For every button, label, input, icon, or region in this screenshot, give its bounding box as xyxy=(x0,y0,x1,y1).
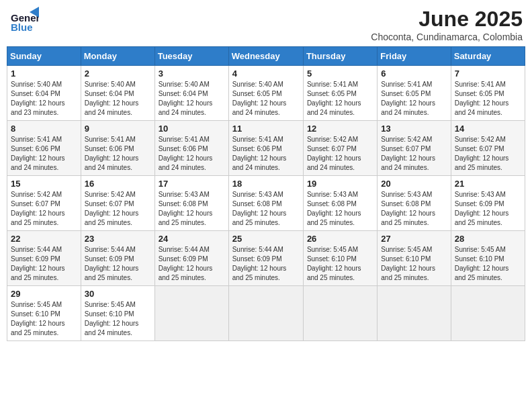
svg-text:Blue: Blue xyxy=(11,21,33,33)
day-number: 7 xyxy=(455,68,521,79)
calendar-cell xyxy=(303,286,377,341)
calendar-cell xyxy=(378,286,451,341)
calendar-cell: 30 Sunrise: 5:45 AMSunset: 6:10 PMDaylig… xyxy=(81,286,154,341)
day-number: 6 xyxy=(381,68,447,79)
cell-info: Sunrise: 5:40 AMSunset: 6:04 PMDaylight:… xyxy=(11,81,65,116)
calendar-cell: 11 Sunrise: 5:41 AMSunset: 6:06 PMDaylig… xyxy=(228,121,303,176)
day-number: 21 xyxy=(455,179,521,189)
day-number: 11 xyxy=(232,124,300,134)
cell-info: Sunrise: 5:43 AMSunset: 6:08 PMDaylight:… xyxy=(232,191,287,226)
calendar-cell: 28 Sunrise: 5:45 AMSunset: 6:10 PMDaylig… xyxy=(451,231,525,286)
calendar-cell: 16 Sunrise: 5:42 AMSunset: 6:07 PMDaylig… xyxy=(81,176,154,231)
calendar-table: SundayMondayTuesdayWednesdayThursdayFrid… xyxy=(7,46,525,341)
cell-info: Sunrise: 5:45 AMSunset: 6:10 PMDaylight:… xyxy=(381,246,435,281)
cell-info: Sunrise: 5:41 AMSunset: 6:05 PMDaylight:… xyxy=(455,81,509,116)
calendar-cell: 19 Sunrise: 5:43 AMSunset: 6:08 PMDaylig… xyxy=(303,176,377,231)
day-number: 10 xyxy=(159,124,225,134)
cell-info: Sunrise: 5:43 AMSunset: 6:08 PMDaylight:… xyxy=(381,191,435,226)
logo: General Blue xyxy=(9,7,39,34)
cell-info: Sunrise: 5:42 AMSunset: 6:07 PMDaylight:… xyxy=(11,191,65,226)
calendar-cell: 8 Sunrise: 5:41 AMSunset: 6:06 PMDayligh… xyxy=(7,121,81,176)
cell-info: Sunrise: 5:41 AMSunset: 6:06 PMDaylight:… xyxy=(11,136,65,171)
cell-info: Sunrise: 5:43 AMSunset: 6:08 PMDaylight:… xyxy=(307,191,361,226)
day-number: 18 xyxy=(232,179,300,189)
calendar-cell: 26 Sunrise: 5:45 AMSunset: 6:10 PMDaylig… xyxy=(303,231,377,286)
title-block: June 2025 Choconta, Cundinamarca, Colomb… xyxy=(371,7,523,42)
day-number: 4 xyxy=(232,68,300,79)
cell-info: Sunrise: 5:44 AMSunset: 6:09 PMDaylight:… xyxy=(232,246,287,281)
calendar-cell: 9 Sunrise: 5:41 AMSunset: 6:06 PMDayligh… xyxy=(81,121,154,176)
weekday-header-tuesday: Tuesday xyxy=(154,47,228,66)
day-number: 15 xyxy=(11,179,77,189)
month-title: June 2025 xyxy=(371,7,523,32)
cell-info: Sunrise: 5:44 AMSunset: 6:09 PMDaylight:… xyxy=(11,246,65,281)
calendar-cell: 21 Sunrise: 5:43 AMSunset: 6:09 PMDaylig… xyxy=(451,176,525,231)
day-number: 26 xyxy=(307,234,373,244)
calendar-cell: 3 Sunrise: 5:40 AMSunset: 6:04 PMDayligh… xyxy=(154,66,228,121)
cell-info: Sunrise: 5:41 AMSunset: 6:05 PMDaylight:… xyxy=(307,81,361,116)
calendar-cell: 14 Sunrise: 5:42 AMSunset: 6:07 PMDaylig… xyxy=(451,121,525,176)
day-number: 24 xyxy=(159,234,225,244)
calendar-cell: 10 Sunrise: 5:41 AMSunset: 6:06 PMDaylig… xyxy=(154,121,228,176)
cell-info: Sunrise: 5:41 AMSunset: 6:06 PMDaylight:… xyxy=(85,136,139,171)
calendar-cell: 1 Sunrise: 5:40 AMSunset: 6:04 PMDayligh… xyxy=(7,66,81,121)
calendar-cell: 25 Sunrise: 5:44 AMSunset: 6:09 PMDaylig… xyxy=(228,231,303,286)
day-number: 9 xyxy=(85,124,151,134)
day-number: 3 xyxy=(159,68,225,79)
cell-info: Sunrise: 5:40 AMSunset: 6:04 PMDaylight:… xyxy=(159,81,213,116)
calendar-cell: 29 Sunrise: 5:45 AMSunset: 6:10 PMDaylig… xyxy=(7,286,81,341)
day-number: 16 xyxy=(85,179,151,189)
calendar-week-3: 15 Sunrise: 5:42 AMSunset: 6:07 PMDaylig… xyxy=(7,176,525,231)
day-number: 25 xyxy=(232,234,300,244)
day-number: 8 xyxy=(11,124,77,134)
day-number: 5 xyxy=(307,68,373,79)
calendar-cell: 24 Sunrise: 5:44 AMSunset: 6:09 PMDaylig… xyxy=(154,231,228,286)
logo-icon: General Blue xyxy=(9,7,39,34)
calendar-cell: 2 Sunrise: 5:40 AMSunset: 6:04 PMDayligh… xyxy=(81,66,154,121)
calendar-cell: 5 Sunrise: 5:41 AMSunset: 6:05 PMDayligh… xyxy=(303,66,377,121)
calendar-cell: 23 Sunrise: 5:44 AMSunset: 6:09 PMDaylig… xyxy=(81,231,154,286)
calendar-week-5: 29 Sunrise: 5:45 AMSunset: 6:10 PMDaylig… xyxy=(7,286,525,341)
day-number: 19 xyxy=(307,179,373,189)
weekday-header-saturday: Saturday xyxy=(451,47,525,66)
day-number: 28 xyxy=(455,234,521,244)
cell-info: Sunrise: 5:44 AMSunset: 6:09 PMDaylight:… xyxy=(159,246,213,281)
cell-info: Sunrise: 5:41 AMSunset: 6:06 PMDaylight:… xyxy=(232,136,287,171)
calendar-cell xyxy=(451,286,525,341)
calendar-week-4: 22 Sunrise: 5:44 AMSunset: 6:09 PMDaylig… xyxy=(7,231,525,286)
cell-info: Sunrise: 5:40 AMSunset: 6:05 PMDaylight:… xyxy=(232,81,287,116)
day-number: 1 xyxy=(11,68,77,79)
day-number: 22 xyxy=(11,234,77,244)
calendar-cell: 27 Sunrise: 5:45 AMSunset: 6:10 PMDaylig… xyxy=(378,231,451,286)
cell-info: Sunrise: 5:43 AMSunset: 6:08 PMDaylight:… xyxy=(159,191,213,226)
weekday-header-sunday: Sunday xyxy=(7,47,81,66)
calendar-cell: 6 Sunrise: 5:41 AMSunset: 6:05 PMDayligh… xyxy=(378,66,451,121)
weekday-header-friday: Friday xyxy=(378,47,451,66)
day-number: 14 xyxy=(455,124,521,134)
calendar-cell: 4 Sunrise: 5:40 AMSunset: 6:05 PMDayligh… xyxy=(228,66,303,121)
day-number: 23 xyxy=(85,234,151,244)
cell-info: Sunrise: 5:42 AMSunset: 6:07 PMDaylight:… xyxy=(455,136,509,171)
cell-info: Sunrise: 5:43 AMSunset: 6:09 PMDaylight:… xyxy=(455,191,509,226)
calendar-cell xyxy=(228,286,303,341)
weekday-header-monday: Monday xyxy=(81,47,154,66)
day-number: 27 xyxy=(381,234,447,244)
cell-info: Sunrise: 5:42 AMSunset: 6:07 PMDaylight:… xyxy=(307,136,361,171)
calendar-cell: 7 Sunrise: 5:41 AMSunset: 6:05 PMDayligh… xyxy=(451,66,525,121)
calendar-cell: 15 Sunrise: 5:42 AMSunset: 6:07 PMDaylig… xyxy=(7,176,81,231)
cell-info: Sunrise: 5:45 AMSunset: 6:10 PMDaylight:… xyxy=(11,301,65,336)
location-title: Choconta, Cundinamarca, Colombia xyxy=(371,32,523,42)
page-header: General Blue June 2025 Choconta, Cundina… xyxy=(7,7,525,42)
cell-info: Sunrise: 5:41 AMSunset: 6:06 PMDaylight:… xyxy=(159,136,213,171)
calendar-cell: 17 Sunrise: 5:43 AMSunset: 6:08 PMDaylig… xyxy=(154,176,228,231)
calendar-cell: 20 Sunrise: 5:43 AMSunset: 6:08 PMDaylig… xyxy=(378,176,451,231)
cell-info: Sunrise: 5:44 AMSunset: 6:09 PMDaylight:… xyxy=(85,246,139,281)
weekday-header-thursday: Thursday xyxy=(303,47,377,66)
calendar-cell: 12 Sunrise: 5:42 AMSunset: 6:07 PMDaylig… xyxy=(303,121,377,176)
day-number: 29 xyxy=(11,289,77,299)
day-number: 20 xyxy=(381,179,447,189)
calendar-week-2: 8 Sunrise: 5:41 AMSunset: 6:06 PMDayligh… xyxy=(7,121,525,176)
day-number: 13 xyxy=(381,124,447,134)
cell-info: Sunrise: 5:42 AMSunset: 6:07 PMDaylight:… xyxy=(381,136,435,171)
day-number: 30 xyxy=(85,289,151,299)
